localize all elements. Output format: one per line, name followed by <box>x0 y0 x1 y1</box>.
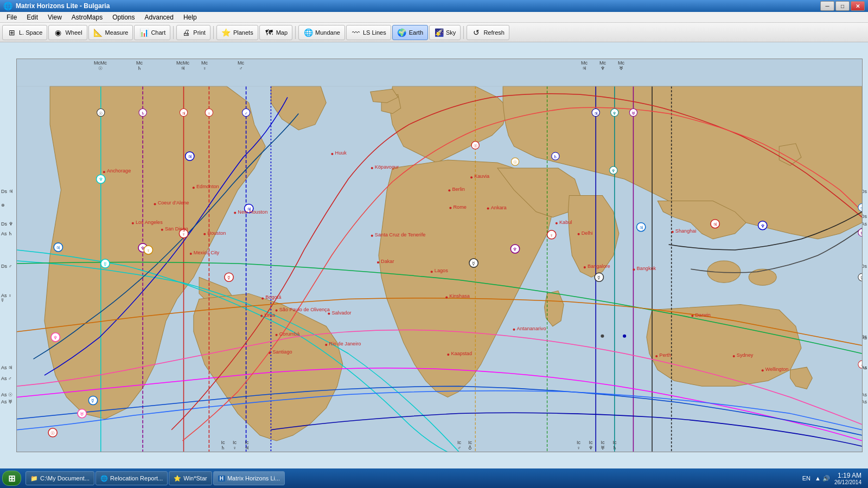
bottom-label-ic-saturn2: Ic♄ <box>612 440 617 451</box>
sky-button[interactable]: 🌠 Sky <box>429 25 461 40</box>
svg-text:♀: ♀ <box>207 111 210 116</box>
svg-text:San Diego: San Diego <box>165 226 188 232</box>
svg-text:Wellington: Wellington <box>765 367 789 372</box>
map-svg: ♆ ♆ ♀ ♃ ♃ ☿ ♀ ☿ ♃ ♆ ☉ ☿ ♅ <box>17 59 862 452</box>
bottom-label-ic-venus: Ic♀ <box>233 440 237 451</box>
map-button[interactable]: 🗺 Map <box>259 25 292 40</box>
app-icon: 🌐 <box>3 2 12 10</box>
svg-point-107 <box>103 171 105 173</box>
lslines-icon: 〰 <box>351 28 361 37</box>
print-icon: 🖨 <box>181 28 191 37</box>
left-label-as-sun: As ☉ <box>1 392 12 397</box>
svg-point-161 <box>556 222 558 224</box>
window-title: Matrix Horizons Lite - Bulgaria <box>16 2 110 10</box>
menu-file[interactable]: File <box>2 12 21 22</box>
svg-point-155 <box>445 296 448 298</box>
window-controls: ─ □ ✕ <box>820 1 865 11</box>
maximize-button[interactable]: □ <box>835 1 850 11</box>
svg-text:♃: ♃ <box>188 154 192 159</box>
svg-text:☉: ☉ <box>513 160 517 165</box>
svg-point-143 <box>448 189 450 191</box>
minimize-button[interactable]: ─ <box>820 1 834 11</box>
toolbar-separator-4 <box>463 26 464 39</box>
svg-point-125 <box>260 315 263 317</box>
left-label-ds-neptune: Ds ♆ <box>1 221 13 227</box>
svg-text:Sydney: Sydney <box>737 352 754 358</box>
svg-point-149 <box>371 235 373 237</box>
top-label-mcmc-jupiter: McMc♃ <box>176 60 189 71</box>
svg-point-139 <box>371 167 373 169</box>
start-button[interactable]: ⊞ <box>2 471 21 486</box>
svg-text:Houston: Houston <box>207 230 226 236</box>
svg-text:♀: ♀ <box>146 248 150 253</box>
print-button[interactable]: 🖨 Print <box>176 25 210 40</box>
svg-point-159 <box>513 329 515 331</box>
svg-text:♆: ♆ <box>99 177 103 182</box>
svg-point-183 <box>623 335 626 338</box>
svg-point-151 <box>377 261 379 264</box>
top-label-mc-jupiter2: Mc♃ <box>581 60 588 71</box>
svg-text:Rio de Janeiro: Rio de Janeiro <box>329 341 361 346</box>
svg-point-109 <box>193 187 195 189</box>
svg-text:♄: ♄ <box>860 231 862 236</box>
left-label-as-saturn: As ♄ <box>1 231 12 236</box>
svg-text:Kaapstad: Kaapstad <box>451 351 472 356</box>
svg-point-163 <box>578 233 580 235</box>
svg-text:Darwin: Darwin <box>695 312 710 318</box>
left-label-as-mars: As ♂ <box>1 376 12 381</box>
astro-map[interactable]: ♆ ♆ ♀ ♃ ♃ ☿ ♀ ☿ ♃ ♆ ☉ ☿ ♅ <box>16 59 863 452</box>
title-bar-left: 🌐 Matrix Horizons Lite - Bulgaria <box>3 2 110 10</box>
menu-options[interactable]: Options <box>108 12 139 22</box>
star-icon: ⭐ <box>174 475 181 482</box>
chart-button[interactable]: 📊 Chart <box>134 25 170 40</box>
lslines-button[interactable]: 〰 LS Lines <box>346 25 391 40</box>
main-content: Ds ♃ ⊕ Ds ♆ As ♄ Ds ♂ As ♀ ☿ As ♃ As ♂ A… <box>0 42 868 468</box>
svg-text:♅: ♅ <box>80 412 84 417</box>
menu-help[interactable]: Help <box>179 12 201 22</box>
bottom-label-ic-saturn: Ic♄ <box>221 440 225 451</box>
svg-point-119 <box>234 212 236 214</box>
svg-text:Huuk: Huuk <box>335 150 347 156</box>
measure-button[interactable]: 📐 Measure <box>88 25 133 40</box>
taskbar-item-winstar[interactable]: ⭐ Win*Star <box>169 471 212 485</box>
svg-text:Köpavogur: Köpavogur <box>375 164 399 170</box>
menu-view[interactable]: View <box>43 12 66 22</box>
svg-text:♃: ♃ <box>182 111 186 116</box>
svg-text:♀: ♀ <box>550 233 553 238</box>
svg-text:Mexico City: Mexico City <box>194 250 220 255</box>
wheel-button[interactable]: ◉ Wheel <box>48 25 87 40</box>
title-bar: 🌐 Matrix Horizons Lite - Bulgaria ─ □ ✕ <box>0 0 868 12</box>
measure-icon: 📐 <box>93 28 103 37</box>
top-label-mcmc-sun: McMc☉ <box>94 60 107 71</box>
close-button[interactable]: ✕ <box>851 1 865 11</box>
left-label-as-mercury: ☿ <box>1 297 4 303</box>
taskbar-item-matrix[interactable]: H Matrix Horizons Li... <box>213 471 285 485</box>
svg-text:Kauvia: Kauvia <box>474 174 490 179</box>
earth-button[interactable]: 🌍 Earth <box>392 25 428 40</box>
menu-astromaps[interactable]: AstroMaps <box>67 12 107 22</box>
svg-text:♄: ♄ <box>553 155 557 159</box>
refresh-button[interactable]: ↺ Refresh <box>467 25 509 40</box>
lspace-button[interactable]: ⊞ L. Space <box>2 25 47 40</box>
taskbar-item-documents[interactable]: 📁 C:\My Document... <box>25 471 94 485</box>
taskbar: ⊞ 📁 C:\My Document... 🌐 Relocation Repor… <box>0 468 868 488</box>
mundane-button[interactable]: 🌐 Mundane <box>298 25 345 40</box>
svg-point-175 <box>733 355 735 357</box>
bottom-label-ic-earth: Ic♁ <box>468 440 472 451</box>
menu-edit[interactable]: Edit <box>22 12 42 22</box>
svg-point-177 <box>762 369 764 371</box>
bottom-label-ic-neptune: Ic♆ <box>589 440 593 451</box>
planets-button[interactable]: ⭐ Planets <box>216 25 258 40</box>
svg-text:Kinshasa: Kinshasa <box>449 293 470 299</box>
toolbar-separator-3 <box>295 26 296 39</box>
svg-text:☉: ☉ <box>99 111 103 116</box>
sky-icon: 🌠 <box>434 28 444 37</box>
clock-date: 26/12/2014 <box>834 479 861 485</box>
folder-icon: 📁 <box>30 475 38 482</box>
taskbar-item-chrome[interactable]: 🌐 Relocation Report... <box>95 471 168 485</box>
svg-point-123 <box>261 297 264 299</box>
svg-point-127 <box>276 310 278 312</box>
menu-advanced[interactable]: Advanced <box>141 12 178 22</box>
svg-text:♆: ♆ <box>612 111 616 116</box>
wheel-icon: ◉ <box>53 28 63 37</box>
